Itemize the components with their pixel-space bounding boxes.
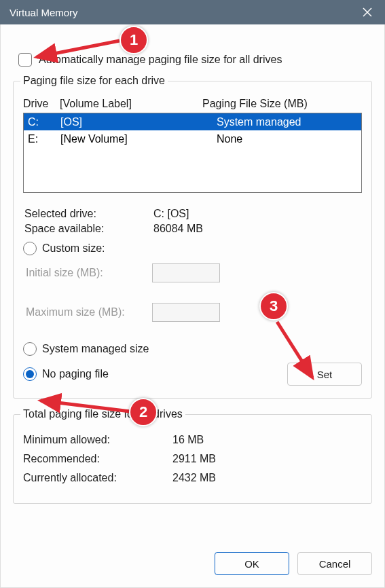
no-paging-label: No paging file	[42, 368, 109, 380]
initial-size-input[interactable]	[152, 263, 220, 282]
custom-size-row: Custom size:	[23, 242, 362, 255]
auto-manage-checkbox[interactable]	[18, 53, 32, 67]
totals-legend: Total paging file size for all drives	[20, 408, 185, 420]
ok-button[interactable]: OK	[215, 552, 289, 575]
drive-list-header: Drive [Volume Label] Paging File Size (M…	[23, 98, 362, 110]
no-paging-radio[interactable]	[23, 367, 37, 381]
system-managed-radio[interactable]	[23, 342, 37, 356]
auto-manage-label: Automatically manage paging file size fo…	[39, 54, 282, 66]
currently-allocated-value: 2432 MB	[172, 472, 362, 484]
minimum-allowed-value: 16 MB	[172, 434, 362, 446]
space-available-label: Space available:	[24, 223, 153, 235]
size-inputs: Initial size (MB): Maximum size (MB):	[26, 263, 362, 322]
currently-allocated-label: Currently allocated:	[23, 472, 172, 484]
drive-row-paging: System managed	[217, 116, 357, 128]
dialog-buttons: OK Cancel	[215, 552, 372, 575]
close-icon[interactable]	[359, 4, 375, 20]
recommended-value: 2911 MB	[172, 453, 362, 465]
cancel-button[interactable]: Cancel	[297, 552, 372, 575]
drive-row[interactable]: C: [OS] System managed	[24, 113, 361, 130]
set-button[interactable]: Set	[287, 363, 362, 386]
custom-size-radio[interactable]	[23, 242, 37, 255]
totals-groupbox: Total paging file size for all drives Mi…	[13, 408, 372, 504]
drives-groupbox: Paging file size for each drive Drive [V…	[13, 75, 372, 399]
drive-row-paging: None	[217, 133, 357, 145]
custom-size-label: Custom size:	[42, 242, 105, 255]
system-managed-row: System managed size	[23, 342, 362, 356]
minimum-allowed-label: Minimum allowed:	[23, 434, 172, 446]
selected-drive-value: C: [OS]	[153, 208, 362, 220]
titlebar: Virtual Memory	[0, 0, 385, 24]
header-drive: Drive	[23, 98, 60, 110]
maximum-size-input[interactable]	[152, 303, 220, 322]
drive-row-volume: [New Volume]	[60, 133, 217, 145]
window-body: Automatically manage paging file size fo…	[0, 24, 385, 588]
maximum-size-label: Maximum size (MB):	[26, 306, 152, 318]
drive-list[interactable]: C: [OS] System managed E: [New Volume] N…	[23, 113, 362, 193]
selected-drive-label: Selected drive:	[24, 208, 153, 220]
recommended-label: Recommended:	[23, 453, 172, 465]
space-available-value: 86084 MB	[153, 223, 362, 235]
system-managed-label: System managed size	[42, 343, 149, 355]
no-paging-row: No paging file Set	[23, 363, 362, 386]
auto-manage-row: Automatically manage paging file size fo…	[18, 53, 372, 67]
selected-drive-block: Selected drive: C: [OS] Space available:…	[24, 208, 362, 235]
drive-row[interactable]: E: [New Volume] None	[24, 130, 361, 147]
header-paging: Paging File Size (MB)	[202, 98, 362, 110]
drive-row-letter: E:	[28, 133, 60, 145]
drive-row-letter: C:	[28, 116, 60, 128]
drive-row-volume: [OS]	[60, 116, 217, 128]
header-volume: [Volume Label]	[60, 98, 202, 110]
initial-size-label: Initial size (MB):	[26, 267, 152, 279]
drives-legend: Paging file size for each drive	[20, 75, 168, 87]
window-title: Virtual Memory	[10, 7, 78, 18]
